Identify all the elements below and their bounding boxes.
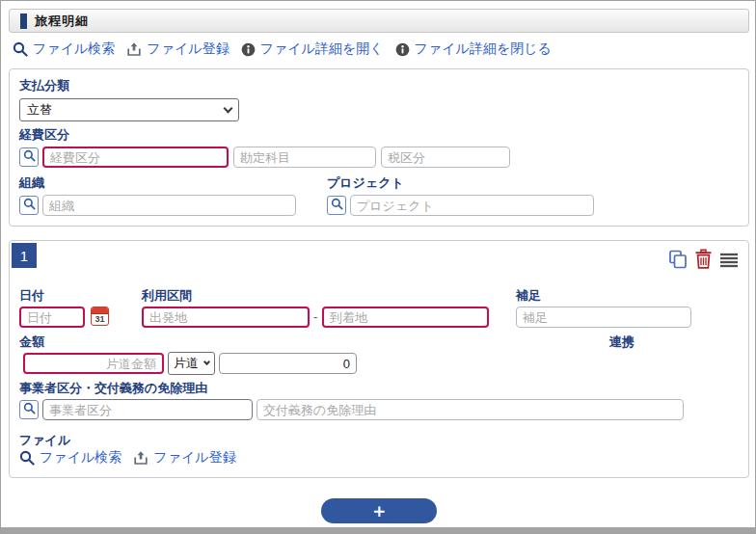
search-icon — [13, 41, 28, 57]
file-search-label: ファイル検索 — [33, 40, 115, 58]
trash-icon — [694, 249, 713, 272]
file-label: ファイル — [19, 432, 70, 449]
organization-input[interactable] — [42, 195, 296, 216]
file-detail-close-label: ファイル詳細を閉じる — [415, 40, 552, 58]
search-icon — [23, 149, 36, 165]
note-input[interactable] — [516, 307, 691, 328]
expense-category-lookup-button[interactable] — [19, 147, 39, 167]
upload-icon — [126, 41, 142, 57]
itinerary-detail-panel: 旅程明細 ファイル検索 ファイル登録 ファイル詳細を開く ファイル詳細を閉じる — [0, 0, 756, 534]
file-detail-open-label: ファイル詳細を開く — [260, 40, 384, 58]
itinerary-item-card: 1 日付 利用区間 補足 31 - 金額 連携 — [9, 240, 749, 478]
page-title: 旅程明細 — [35, 13, 89, 30]
account-title-input[interactable] — [233, 147, 376, 168]
calendar-day-text: 31 — [92, 314, 108, 325]
item-file-toolbar: ファイル検索 ファイル登録 — [19, 449, 236, 467]
expense-category-input[interactable] — [42, 147, 229, 168]
add-row-button[interactable]: ＋ — [321, 498, 437, 523]
bottom-divider — [1, 527, 755, 533]
project-lookup-button[interactable] — [327, 196, 346, 215]
info-icon — [241, 42, 256, 57]
item-file-register-link[interactable]: ファイル登録 — [133, 449, 235, 467]
business-category-input[interactable] — [42, 399, 253, 420]
file-detail-close-link[interactable]: ファイル詳細を閉じる — [395, 40, 552, 58]
item-file-search-link[interactable]: ファイル検索 — [19, 449, 122, 467]
date-input[interactable] — [19, 307, 85, 328]
chevron-down-icon — [203, 358, 210, 364]
payment-class-value: 立替 — [27, 101, 52, 119]
project-label: プロジェクト — [327, 174, 404, 192]
link-label: 連携 — [609, 334, 634, 351]
file-detail-open-link[interactable]: ファイル詳細を開く — [241, 40, 384, 58]
copy-row-button[interactable] — [667, 249, 688, 273]
copy-icon — [667, 249, 688, 273]
date-label: 日付 — [19, 287, 44, 305]
departure-input[interactable] — [142, 307, 310, 328]
exemption-reason-input[interactable] — [256, 399, 684, 420]
item-file-search-label: ファイル検索 — [40, 449, 122, 467]
title-accent-bar — [20, 13, 27, 29]
trip-type-value: 片道 — [174, 355, 199, 372]
amount-total-input[interactable] — [219, 353, 357, 374]
search-icon — [23, 198, 36, 213]
project-input[interactable] — [350, 195, 594, 216]
route-separator: - — [313, 309, 317, 324]
file-toolbar: ファイル検索 ファイル登録 ファイル詳細を開く ファイル詳細を閉じる — [13, 40, 552, 59]
drag-handle[interactable] — [719, 253, 739, 271]
business-category-lookup-button[interactable] — [19, 400, 39, 419]
note-label: 補足 — [516, 287, 541, 305]
file-register-label: ファイル登録 — [147, 40, 229, 58]
business-category-label: 事業者区分・交付義務の免除理由 — [19, 380, 207, 397]
route-label: 利用区間 — [142, 287, 192, 305]
payment-class-label: 支払分類 — [19, 77, 69, 94]
arrival-input[interactable] — [322, 307, 489, 328]
search-icon — [23, 402, 36, 417]
calendar-icon-header — [92, 307, 108, 314]
search-icon — [331, 198, 343, 213]
amount-label: 金額 — [19, 334, 44, 351]
item-file-register-label: ファイル登録 — [153, 449, 235, 467]
tax-class-input[interactable] — [381, 147, 510, 168]
oneway-amount-input[interactable] — [23, 353, 164, 374]
section-title-bar: 旅程明細 — [9, 9, 749, 33]
organization-lookup-button[interactable] — [19, 196, 39, 215]
trip-type-select[interactable]: 片道 — [168, 352, 215, 375]
chevron-down-icon — [224, 103, 233, 113]
delete-row-button[interactable] — [694, 249, 713, 272]
search-icon — [19, 450, 35, 466]
drag-handle-icon — [719, 253, 739, 271]
upload-icon — [133, 450, 148, 466]
item-number-badge: 1 — [12, 243, 37, 268]
expense-category-label: 経費区分 — [19, 126, 69, 144]
file-register-link[interactable]: ファイル登録 — [126, 40, 229, 58]
payment-class-select[interactable]: 立替 — [19, 98, 239, 121]
info-icon — [395, 42, 410, 57]
summary-fieldset: 支払分類 立替 経費区分 組織 プロジェクト — [9, 68, 749, 227]
file-search-link[interactable]: ファイル検索 — [13, 40, 115, 58]
calendar-icon[interactable]: 31 — [91, 307, 109, 326]
organization-label: 組織 — [19, 174, 44, 192]
